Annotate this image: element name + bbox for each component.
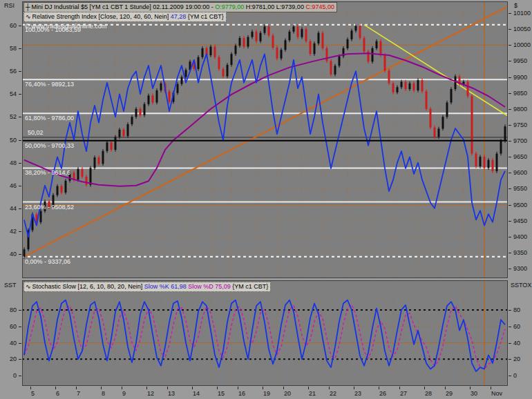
date-tick-label: 26	[379, 390, 386, 397]
fib-label: 0,00% - 9337,06	[25, 258, 70, 265]
price-axis-title: $	[514, 2, 517, 9]
date-tick-label: 29	[446, 390, 453, 397]
instrument-legend[interactable]: ┼Mini DJ Industrial $5 [YM c1 CBT 1 Stun…	[23, 2, 337, 12]
axis-tick	[101, 387, 102, 389]
candle-down	[426, 91, 428, 108]
stoch-axis-title: SSTOX	[511, 282, 531, 289]
candle-down	[413, 84, 415, 90]
axis-tick	[19, 310, 21, 311]
candle-up	[376, 41, 378, 48]
candle-up	[247, 37, 249, 47]
candle-up	[417, 80, 419, 90]
candle-up	[119, 130, 121, 137]
candle-down	[359, 26, 361, 39]
candle-up	[239, 38, 241, 46]
price-tick-label: 9600	[513, 169, 527, 176]
main-panel-axis-label: RSI	[4, 2, 15, 9]
candle-down	[243, 38, 245, 46]
date-tick-label: 14	[193, 390, 200, 397]
candle-up	[160, 84, 162, 90]
candle-up	[479, 157, 482, 166]
candle-down	[297, 26, 299, 37]
price-tick-label: 9450	[513, 217, 527, 224]
axis-tick	[19, 26, 21, 26]
stoch-tick-label: 80	[513, 306, 520, 313]
axis-tick	[19, 376, 21, 376]
rsi-legend[interactable]: ∿Relative Strength Index [Close, 120, 40…	[23, 12, 227, 22]
main-chart-canvas	[22, 1, 508, 278]
candle-down	[61, 186, 63, 193]
axis-tick	[509, 109, 511, 110]
axis-tick	[192, 387, 193, 389]
stoch-tick-label: 40	[513, 340, 520, 347]
candle-down	[256, 32, 258, 41]
candle-down	[492, 160, 494, 171]
date-tick-label: 12	[147, 390, 154, 397]
price-tick-label: 9500	[513, 202, 527, 208]
axis-tick	[509, 61, 511, 61]
candle-up	[94, 157, 96, 168]
date-tick-label: Nov	[491, 390, 502, 397]
axis-tick	[19, 208, 21, 209]
axis-tick	[19, 163, 21, 164]
date-tick-label: 20	[284, 390, 291, 397]
candle-down	[111, 142, 113, 150]
stoch-k-value: Slow %K 61,98	[144, 283, 187, 290]
stochastic-plot[interactable]: ∿Stochastic Slow [12, 6, 10, 80, 20, Nei…	[22, 280, 508, 386]
date-tick-label: 30	[471, 390, 477, 397]
axis-tick	[509, 221, 511, 222]
close-value: C:9745,00	[305, 3, 334, 10]
axis-tick	[509, 253, 511, 253]
rsi-tick-label: 58	[6, 45, 17, 52]
stochastic-legend[interactable]: ∿Stochastic Slow [12, 6, 10, 80, 20, Nei…	[23, 282, 271, 292]
fib-label: 38,20% - 9614,6	[25, 169, 70, 176]
axis-tick	[399, 387, 400, 389]
axis-tick	[146, 387, 147, 389]
candle-down	[388, 70, 390, 84]
axis-tick	[19, 359, 21, 360]
axis-tick	[167, 387, 168, 389]
axis-tick	[30, 387, 31, 389]
stoch-symbol-suffix: {YM c1 CBT}	[232, 283, 268, 290]
rsi-tick-label: 60	[6, 22, 17, 29]
candle-up	[409, 84, 411, 89]
candle-down	[330, 61, 332, 74]
candle-up	[198, 57, 200, 69]
price-tick-label: 9700	[513, 137, 527, 144]
date-tick-label: 19	[263, 390, 270, 397]
rsi-tick-label: 50	[6, 137, 17, 144]
candle-up	[264, 26, 266, 32]
rsi-tick-label: 52	[6, 113, 17, 120]
chart-window: RSI $ SST SSTOX ┼Mini DJ Industrial $5 […	[0, 0, 532, 399]
fib-label: 50,02	[28, 129, 44, 136]
candle-down	[384, 55, 386, 70]
stoch-panel-axis-label: SST	[4, 282, 17, 289]
candle-down	[86, 177, 88, 185]
axis-tick	[509, 359, 511, 360]
price-tick-label: 9350	[513, 249, 527, 256]
fib-label: 61,80% - 9786,00	[25, 115, 74, 121]
candle-up	[127, 124, 129, 136]
rsi-title: Relative Strength Index [Close, 120, 40,…	[32, 13, 169, 20]
axis-tick	[19, 254, 21, 255]
price-tick-label: 9950	[513, 57, 527, 64]
low-value: L:9739,00	[276, 3, 304, 10]
axis-tick	[509, 376, 511, 376]
candle-down	[405, 81, 407, 89]
axis-tick	[509, 141, 511, 142]
stoch-tick-label: 60	[513, 323, 520, 330]
candle-up	[23, 249, 26, 257]
watermark: © www.tradesignalonline.com	[25, 23, 106, 30]
main-chart-plot[interactable]: ┼Mini DJ Industrial $5 [YM c1 CBT 1 Stun…	[22, 1, 508, 278]
candle-up	[40, 211, 42, 222]
axis-tick	[509, 310, 511, 311]
candle-down	[363, 38, 365, 51]
axis-tick	[509, 125, 511, 126]
candle-up	[57, 186, 59, 195]
date-tick-label: 15	[218, 390, 225, 397]
candle-down	[123, 130, 125, 136]
candle-down	[214, 47, 216, 57]
date-tick-label: 23	[354, 390, 361, 397]
stoch-tick-label: 0	[6, 372, 17, 379]
stochastic-title: Stochastic Slow [12, 6, 10, 80, 20, Nein…	[32, 283, 143, 290]
